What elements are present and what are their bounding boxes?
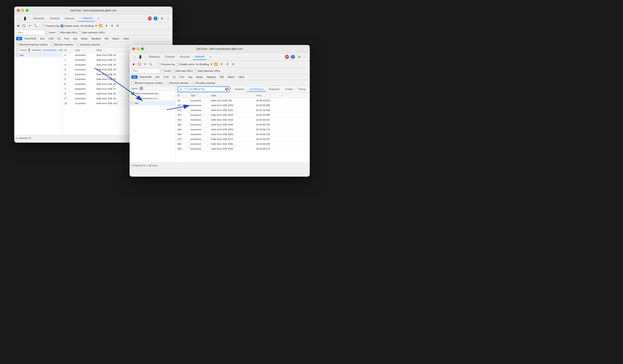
download-icon-1[interactable]: ⬇ [110,24,114,28]
tab-response-2[interactable]: Response [266,87,283,92]
third-party-checkbox-1[interactable] [77,43,79,46]
event-row-2-452[interactable]: 452incrementhello from SSE #45216:42:56.… [176,127,310,132]
type-btn-all-1[interactable]: All [16,37,22,40]
maximize-button-1[interactable] [26,9,29,12]
hide-extension-urls-checkbox-2[interactable] [194,70,197,72]
clear-icon-2[interactable]: 🚫 [137,62,141,66]
tab-network-2[interactable]: Network [193,54,207,60]
blocked-cookies-label-1[interactable]: Blocked response cookies [16,43,48,46]
disable-cache-label-2[interactable]: Disable cache [176,63,195,66]
hide-data-urls-label-2[interactable]: Hide data URLs [172,70,193,72]
event-row-2-472[interactable]: 472incrementhello from SSE #47216:43:16.… [176,137,310,142]
hide-extension-urls-checkbox-1[interactable] [79,31,81,34]
tab-eventstream-2[interactable]: EventStream [247,87,266,92]
sse-request-row-2[interactable]: sse [130,101,176,105]
third-party-checkbox-2[interactable] [192,82,195,84]
blocked-cookies-checkbox-2[interactable] [131,82,134,84]
wifi-icon-2[interactable]: 📶 [214,62,218,66]
type-btn-media-1[interactable]: Media [79,37,89,40]
type-btn-all-2[interactable]: All [131,75,137,79]
type-btn-ws-1[interactable]: WS [103,37,110,40]
type-btn-js-1[interactable]: JS [56,37,62,40]
type-btn-media-2[interactable]: Media [194,75,204,79]
blocked-requests-checkbox-2[interactable] [167,82,169,84]
filter-input-1[interactable] [16,30,44,35]
sse-row-checkbox[interactable] [16,54,19,56]
event-row-2-492[interactable]: 492incrementhello from SSE #49216:43:36.… [176,146,310,151]
type-btn-doc-2[interactable]: Doc [154,75,162,79]
third-party-label-1[interactable]: 3rd-party requests [77,43,100,46]
throttling-select-1[interactable]: No throttling [81,25,94,27]
type-btn-other-2[interactable]: Other [237,75,246,79]
filter-toggle-2[interactable]: ▼ [143,62,147,66]
type-btn-manifest-1[interactable]: Manifest [90,37,102,40]
tab-elements-1[interactable]: Elements [31,16,46,21]
tab-network-1[interactable]: ⚠ Network [77,15,95,21]
record-icon-2[interactable]: ⏺ [131,62,136,66]
upload-icon-2[interactable]: ⬆ [220,62,224,66]
type-btn-manifest-2[interactable]: Manifest [205,75,218,79]
device-icon[interactable]: 📱 [22,16,27,21]
settings-icon-1[interactable]: ⚙ [159,16,165,21]
type-btn-fetch-2[interactable]: Fetch/XHR [138,75,153,79]
invert-checkbox-1[interactable] [46,31,48,34]
search-icon-1[interactable]: 🔍 [33,24,38,28]
close-panel-btn-2[interactable]: ✕ [139,87,143,90]
type-btn-font-1[interactable]: Font [62,37,71,40]
minimize-button-2[interactable] [137,47,139,50]
blocked-requests-label-1[interactable]: Blocked requests [51,43,73,46]
inspect-icon-2[interactable]: ⬚ [131,54,137,60]
sse-request-row[interactable]: sse [14,53,62,58]
traffic-lights-2[interactable] [132,47,144,50]
tab-initiator-2[interactable]: Initiator [282,87,295,92]
type-btn-wasm-1[interactable]: Wasm [111,37,121,40]
hide-extension-urls-label-1[interactable]: Hide extension URLs [79,31,105,34]
type-btn-doc-1[interactable]: Doc [39,37,46,40]
invert-checkbox-2[interactable] [161,70,164,72]
tab-sources-1[interactable]: Sources [62,16,76,21]
hide-data-urls-label-1[interactable]: Hide data URLs [57,31,78,34]
sse-row-checkbox-2[interactable] [131,102,134,104]
upload-icon-1[interactable]: ⬆ [104,24,109,28]
event-row-2-412[interactable]: 412incrementhello from SSE #41216:42:15.… [176,108,310,113]
select-all-checkbox[interactable] [16,49,19,51]
tab-timing-2[interactable]: Timing [295,87,308,92]
disable-cache-checkbox-2[interactable] [176,63,178,66]
tab-console-1[interactable]: Console [47,16,62,21]
blocked-requests-label-2[interactable]: Blocked requests [167,82,188,84]
tab-more-2[interactable]: » [208,54,214,60]
type-btn-fetch-1[interactable]: Fetch/XHR [23,37,38,40]
tab-elements-2[interactable]: Elements [147,54,162,60]
device-icon-2[interactable]: 📱 [137,54,143,60]
disable-cache-label-1[interactable]: Disable cache [61,25,79,27]
throttling-select-2[interactable]: No throttling [196,63,209,66]
tab-headers-2[interactable]: Headers [233,87,247,92]
hide-data-urls-checkbox-2[interactable] [172,70,175,72]
tab-console-2[interactable]: Console [163,54,177,60]
invert-label-1[interactable]: Invert [46,31,56,34]
traffic-lights-1[interactable] [17,9,29,12]
type-btn-img-1[interactable]: Img [71,37,79,40]
hide-extension-urls-label-2[interactable]: Hide extension URLs [194,70,220,72]
select-all-label[interactable] [16,49,19,51]
type-btn-other-1[interactable]: Other [121,37,131,40]
event-row-2-442[interactable]: 442incrementhello from SSE #44216:42:46.… [176,122,310,127]
clear-filter-btn[interactable]: ✕ [225,88,229,91]
settings-icon-net-2[interactable]: ⚙ [231,62,235,66]
event-row-2-432[interactable]: 432incrementhello from SSE #43216:42:36.… [176,117,310,122]
event-row-2-422[interactable]: 422incrementhello from SSE #42216:42:25.… [176,113,310,117]
filter-input-2[interactable] [131,68,160,73]
hide-data-urls-checkbox-1[interactable] [57,31,60,34]
tab-more-1[interactable]: » [96,16,102,21]
type-btn-css-2[interactable]: CSS [162,75,171,79]
preserve-log-checkbox-2[interactable] [157,63,160,66]
preserve-log-label-1[interactable]: Preserve log [42,25,59,27]
json-request-row[interactable]: {} topics-taxonomy-v1.j... [130,96,176,101]
regex-icon[interactable]: ⊘ [179,87,183,91]
event-row-2-482[interactable]: 482incrementhello from SSE #48216:43:26.… [176,142,310,146]
search-icon-2[interactable]: 🔍 [149,62,153,66]
settings-icon-2[interactable]: ⚙ [297,54,302,60]
clear-icon-1[interactable]: 🚫 [22,24,26,28]
close-button-2[interactable] [132,47,135,50]
regex-filter-input[interactable] [184,88,225,91]
